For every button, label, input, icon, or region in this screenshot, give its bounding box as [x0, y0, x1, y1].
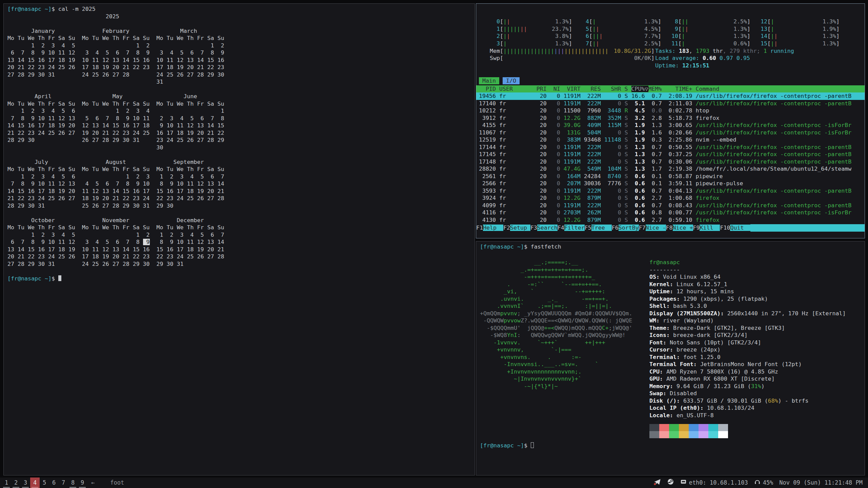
cal-line: 20 21 22 23 24 25 26 17 18 19 20 21 22 2…: [7, 253, 475, 260]
cal-line: Mo Tu We Th Fr Sa Su Mo Tu We Th Fr Sa S…: [7, 35, 475, 42]
steam-icon[interactable]: [667, 478, 674, 487]
htop-process-row[interactable]: 12519 fr 20 0 383M 93468 11148 S 1.9 0.3…: [476, 136, 865, 144]
calendar-output: [fr@nasapc ~]$ cal -m 2025 2025 January …: [4, 4, 475, 282]
cal-line: 7 8 9 10 11 12 13 4 5 6 7 8 9 10 8 9 10 …: [7, 180, 475, 188]
fnkey-f3[interactable]: F3Search: [530, 224, 558, 232]
fnkey-f10[interactable]: F10Quit: [720, 224, 750, 232]
workspace-tag-1[interactable]: 1: [2, 478, 11, 488]
htop-process-row[interactable]: 3912 fr 20 0 12.2G 882M 352M S 3.2 2.8 5…: [476, 114, 865, 122]
fastfetch-info-row: Swap: Disabled: [649, 390, 846, 397]
fastfetch-info-row: Display (27M1N5500ZA): 2560x1440 in 27",…: [649, 310, 846, 317]
fnkey-f1[interactable]: F1Help: [476, 224, 503, 232]
workspace-tag-4[interactable]: 4: [30, 478, 40, 488]
fastfetch-info-row: Packages: 1290 (xbps), 25 (flatpak): [649, 295, 846, 303]
workspace-tag-5[interactable]: 5: [40, 478, 49, 488]
htop-tab-io[interactable]: I/O: [503, 77, 520, 85]
layout-indicator-icon[interactable]: ←: [91, 479, 95, 487]
fastfetch-title: fr@nasapc: [649, 259, 846, 266]
cal-line: 13 14 15 16 17 18 19 10 11 12 13 14 15 1…: [7, 246, 475, 253]
fnkey-f4[interactable]: F4Filter: [558, 224, 585, 232]
fastfetch-info-row: Memory: 9.64 GiB / 31.23 GiB (31%): [649, 383, 846, 390]
workspace-tag-9[interactable]: 9: [78, 478, 87, 488]
htop-process-row[interactable]: 2566 fr 20 0 207M 30036 7776 S 0.6 0.1 3…: [476, 180, 865, 187]
cal-line: 13 14 15 16 17 18 19 10 11 12 13 14 15 1…: [7, 57, 475, 64]
cal-line: 30: [7, 144, 475, 151]
network-module: eth0: 10.68.1.103: [680, 479, 748, 487]
cal-line: Mo Tu We Th Fr Sa Su Mo Tu We Th Fr Sa S…: [7, 224, 475, 231]
cpu-meter-15: 15[||1.3%]: [754, 40, 840, 47]
fastfetch-info-row: Shell: bash 5.3.0: [649, 302, 846, 310]
htop-process-row[interactable]: 4130 fr 20 0 12.2G 879M 0 S 0.6 2.7 0:59…: [476, 216, 865, 224]
workspace-tag-6[interactable]: 6: [49, 478, 59, 488]
fnkey-f9[interactable]: F9Kill: [693, 224, 720, 232]
htop-process-row[interactable]: 10212 fr 20 0 11500 7960 3448 R 4.5 0.0 …: [476, 107, 865, 114]
htop-process-row[interactable]: 2561 fr 20 0 164M 24284 8740 S 0.6 0.1 0…: [476, 173, 865, 180]
cal-line: 21 22 23 24 25 26 27 19 20 21 22 23 24 2…: [7, 129, 475, 137]
color-swatch: [669, 431, 679, 438]
htop-process-row[interactable]: 17144 fr 20 0 1191M 222M 0 S 1.3 0.7 0:5…: [476, 144, 865, 151]
fastfetch-info-row: Terminal Font: JetBrainsMono Nerd Font (…: [649, 361, 846, 368]
fnkey-f7[interactable]: F7Nice -: [639, 224, 666, 232]
workspace-tag-2[interactable]: 2: [11, 478, 21, 488]
workspace-tag-7[interactable]: 7: [59, 478, 68, 488]
htop-process-row[interactable]: 11067 fr 20 0 131G 504M 0 S 1.9 1.6 0:20…: [476, 129, 865, 136]
htop-process-row[interactable]: 3593 fr 20 0 1191M 222M 0 S 0.6 0.7 0:04…: [476, 187, 865, 195]
color-swatch: [708, 424, 718, 431]
fastfetch-info-row: Local IP (eth0): 10.68.1.103/24: [649, 404, 846, 412]
terminal-window-calendar[interactable]: [fr@nasapc ~]$ cal -m 2025 2025 January …: [3, 3, 475, 475]
htop-process-row[interactable]: 4155 fr 20 0 39.0G 409M 115M S 1.9 1.3 3…: [476, 122, 865, 129]
htop-function-bar: F1Help F2Setup F3SearchF4FilterF5Tree F6…: [476, 224, 865, 232]
desktop: [fr@nasapc ~]$ cal -m 2025 2025 January …: [0, 0, 868, 488]
cpu-meter-11: 11[|0.6%]: [665, 40, 750, 47]
htop-process-row[interactable]: 4099 fr 20 0 1191M 222M 0 S 0.6 0.7 0:08…: [476, 202, 865, 209]
htop-process-row[interactable]: 17145 fr 20 0 1191M 222M 0 S 1.3 0.7 0:3…: [476, 151, 865, 158]
cal-today-highlight: 9: [143, 239, 150, 245]
cpu-meter-8: 8[||2.5%]: [665, 18, 750, 25]
fnkey-f6[interactable]: F6SortBy: [612, 224, 639, 232]
cal-line: 28 29 30 26 27 28 29 30 31 23 24 25 26 2…: [7, 136, 475, 144]
cpu-meter-3: 3[|1.3%]: [486, 40, 572, 47]
htop-stats-lines: Tasks: 183, 1793 thr, 279 kthr; 1 runnin…: [655, 47, 794, 69]
htop-tabs: MainI/O: [479, 77, 520, 85]
htop-process-row[interactable]: 4116 fr 20 0 2703M 262M 0 S 0.6 0.8 0:00…: [476, 209, 865, 216]
color-swatch: [718, 431, 728, 438]
workspace-tag-3[interactable]: 3: [21, 478, 30, 488]
terminal-window-htop[interactable]: 0[||1.3%]1[|||||||23.7%]2[||3.8%]3[|1.3%…: [476, 3, 865, 238]
cal-shell-prompt[interactable]: [fr@nasapc ~]$: [7, 275, 475, 282]
fnkey-f5[interactable]: F5Tree: [585, 224, 612, 232]
cal-line: January February March: [7, 27, 475, 35]
workspace-tag-8[interactable]: 8: [68, 478, 78, 488]
htop-process-row[interactable]: 28820 fr 20 0 47.4G 549M 104M S 1.3 1.7 …: [476, 165, 865, 173]
fnkey-f8[interactable]: F8Nice +: [666, 224, 693, 232]
cal-line: 28 29 30 31 25 26 27 28 29 30 31 29 30: [7, 202, 475, 210]
cal-line: 2025: [7, 13, 475, 20]
cpu-meter-7: 7[||2.5%]: [576, 40, 661, 47]
cal-line: [7, 151, 475, 158]
htop-table-header[interactable]: PID USER PRI NI VIRT RES SHR S CPU%▽MEM%…: [476, 85, 865, 93]
cpu-meter-0: 0[||1.3%]: [486, 18, 572, 25]
telegram-icon[interactable]: [653, 478, 661, 488]
htop-process-row[interactable]: 3924 fr 20 0 12.2G 879M 0 S 0.6 2.7 1:00…: [476, 194, 865, 202]
cpu-meter-9: 9[||1.3%]: [665, 25, 750, 33]
terminal-window-fastfetch[interactable]: [fr@nasapc ~]$ fastfetch __.;=====;.__ _…: [476, 241, 865, 475]
cal-line: 14 15 16 17 18 19 20 11 12 13 14 15 16 1…: [7, 188, 475, 195]
cal-line: 1 2 3 4 5 1 2 1 2: [7, 42, 475, 49]
cal-line: 14 15 16 17 18 19 20 12 13 14 15 16 17 1…: [7, 122, 475, 129]
fnkey-f2[interactable]: F2Setup: [503, 224, 530, 232]
status-modules: eth0: 10.68.1.103 45% Nov 09 (Sun) 11:21…: [653, 478, 863, 488]
htop-tab-main[interactable]: Main: [479, 77, 499, 85]
fastfetch-info-row: OS: Void Linux x86_64: [649, 273, 846, 281]
fastfetch-info-row: Terminal: foot 1.25.0: [649, 354, 846, 361]
shell-prompt[interactable]: [fr@nasapc ~]$: [480, 442, 534, 449]
headphones-icon: [754, 479, 761, 487]
sort-column-cpu: CPU%▽: [631, 86, 648, 92]
htop-process-row[interactable]: 17140 fr 20 0 1191M 222M 0 S 5.1 0.7 2:1…: [476, 100, 865, 107]
terminal-color-palette: [649, 424, 728, 438]
htop-process-row[interactable]: 19456 fr 20 0 1191M 222M 0 S 16.6 0.7 2:…: [476, 92, 865, 100]
color-swatch: [708, 431, 718, 438]
fastfetch-info-row: WM: river (Wayland): [649, 317, 846, 324]
htop-process-row[interactable]: 17148 fr 20 0 1191M 222M 0 S 1.3 0.7 0:3…: [476, 158, 865, 166]
cal-line: 31: [7, 78, 475, 86]
color-swatch: [659, 424, 669, 431]
fastfetch-info-row: Disk (/): 633.57 GiB / 930.01 GiB (68%) …: [649, 397, 846, 405]
